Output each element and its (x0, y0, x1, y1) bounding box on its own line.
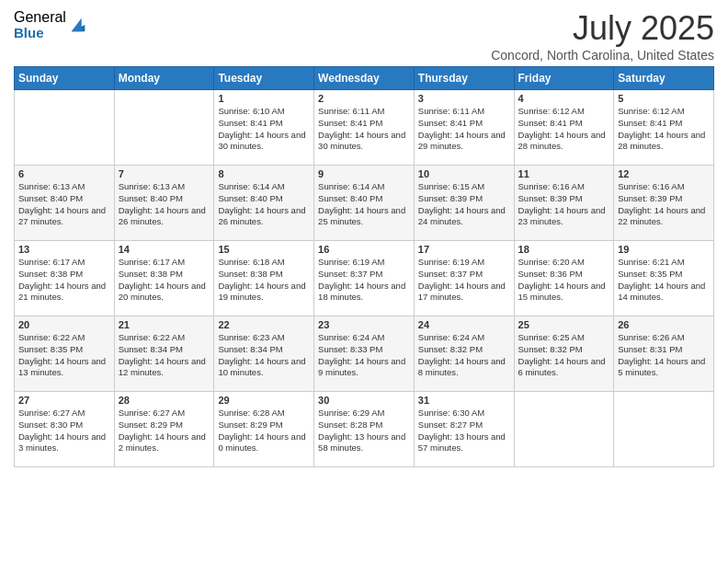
day-info: Sunrise: 6:17 AMSunset: 8:38 PMDaylight:… (18, 257, 110, 304)
day-number: 1 (218, 93, 310, 104)
calendar-cell-w2d5: 10Sunrise: 6:15 AMSunset: 8:39 PMDayligh… (414, 166, 514, 241)
calendar-cell-w4d7: 26Sunrise: 6:26 AMSunset: 8:31 PMDayligh… (614, 316, 714, 392)
calendar-week-1: 1Sunrise: 6:10 AMSunset: 8:41 PMDaylight… (15, 90, 714, 166)
day-info: Sunrise: 6:14 AMSunset: 8:40 PMDaylight:… (318, 181, 410, 228)
calendar-cell-w1d1 (15, 90, 115, 166)
day-info: Sunrise: 6:17 AMSunset: 8:38 PMDaylight:… (119, 257, 210, 304)
header-thursday: Thursday (414, 67, 514, 90)
day-info: Sunrise: 6:11 AMSunset: 8:41 PMDaylight:… (418, 106, 510, 153)
day-info: Sunrise: 6:27 AMSunset: 8:30 PMDaylight:… (18, 408, 110, 454)
day-number: 31 (418, 395, 510, 406)
day-number: 23 (318, 319, 410, 330)
day-number: 17 (418, 244, 510, 255)
day-number: 14 (119, 244, 210, 255)
day-info: Sunrise: 6:27 AMSunset: 8:29 PMDaylight:… (119, 408, 210, 454)
day-info: Sunrise: 6:23 AMSunset: 8:34 PMDaylight:… (218, 332, 310, 379)
calendar-cell-w1d2 (114, 90, 214, 166)
calendar-table: Sunday Monday Tuesday Wednesday Thursday… (14, 66, 714, 467)
day-number: 10 (418, 168, 510, 179)
calendar-cell-w4d1: 20Sunrise: 6:22 AMSunset: 8:35 PMDayligh… (15, 316, 115, 392)
day-info: Sunrise: 6:20 AMSunset: 8:36 PMDaylight:… (518, 257, 610, 304)
calendar-cell-w5d2: 28Sunrise: 6:27 AMSunset: 8:29 PMDayligh… (114, 392, 214, 467)
calendar-cell-w2d3: 8Sunrise: 6:14 AMSunset: 8:40 PMDaylight… (214, 166, 314, 241)
day-info: Sunrise: 6:24 AMSunset: 8:32 PMDaylight:… (418, 332, 510, 379)
calendar-cell-w3d1: 13Sunrise: 6:17 AMSunset: 8:38 PMDayligh… (15, 241, 115, 316)
calendar-week-2: 6Sunrise: 6:13 AMSunset: 8:40 PMDaylight… (15, 166, 714, 241)
logo-text: General Blue (14, 9, 66, 40)
calendar-cell-w4d2: 21Sunrise: 6:22 AMSunset: 8:34 PMDayligh… (114, 316, 214, 392)
calendar-cell-w3d5: 17Sunrise: 6:19 AMSunset: 8:37 PMDayligh… (414, 241, 514, 316)
header-sunday: Sunday (15, 67, 115, 90)
calendar-cell-w3d6: 18Sunrise: 6:20 AMSunset: 8:36 PMDayligh… (514, 241, 614, 316)
day-number: 4 (518, 93, 610, 104)
header-saturday: Saturday (614, 67, 714, 90)
day-info: Sunrise: 6:11 AMSunset: 8:41 PMDaylight:… (318, 106, 410, 153)
calendar-cell-w5d7 (614, 392, 714, 467)
calendar-cell-w1d3: 1Sunrise: 6:10 AMSunset: 8:41 PMDaylight… (214, 90, 314, 166)
day-number: 15 (218, 244, 310, 255)
logo-general: General (14, 9, 66, 26)
header-wednesday: Wednesday (314, 67, 415, 90)
day-info: Sunrise: 6:10 AMSunset: 8:41 PMDaylight:… (218, 106, 310, 153)
day-number: 29 (218, 395, 310, 406)
day-info: Sunrise: 6:15 AMSunset: 8:39 PMDaylight:… (418, 181, 510, 228)
month-year-title: July 2025 (491, 9, 714, 48)
day-number: 6 (18, 168, 110, 179)
day-number: 11 (518, 168, 610, 179)
day-number: 3 (418, 93, 510, 104)
header-friday: Friday (514, 67, 614, 90)
calendar-cell-w3d2: 14Sunrise: 6:17 AMSunset: 8:38 PMDayligh… (114, 241, 214, 316)
day-info: Sunrise: 6:19 AMSunset: 8:37 PMDaylight:… (418, 257, 510, 304)
header-monday: Monday (114, 67, 214, 90)
day-info: Sunrise: 6:19 AMSunset: 8:37 PMDaylight:… (318, 257, 410, 304)
day-info: Sunrise: 6:13 AMSunset: 8:40 PMDaylight:… (18, 181, 110, 228)
calendar-cell-w5d3: 29Sunrise: 6:28 AMSunset: 8:29 PMDayligh… (214, 392, 314, 467)
day-number: 18 (518, 244, 610, 255)
day-number: 12 (618, 168, 710, 179)
calendar-cell-w4d5: 24Sunrise: 6:24 AMSunset: 8:32 PMDayligh… (414, 316, 514, 392)
calendar-cell-w4d3: 22Sunrise: 6:23 AMSunset: 8:34 PMDayligh… (214, 316, 314, 392)
page-container: General Blue July 2025 Concord, North Ca… (0, 0, 728, 477)
day-number: 22 (218, 319, 310, 330)
day-info: Sunrise: 6:16 AMSunset: 8:39 PMDaylight:… (518, 181, 610, 228)
calendar-cell-w2d1: 6Sunrise: 6:13 AMSunset: 8:40 PMDaylight… (15, 166, 115, 241)
day-number: 7 (119, 168, 210, 179)
day-info: Sunrise: 6:16 AMSunset: 8:39 PMDaylight:… (618, 181, 710, 228)
calendar-cell-w1d4: 2Sunrise: 6:11 AMSunset: 8:41 PMDaylight… (314, 90, 415, 166)
day-info: Sunrise: 6:12 AMSunset: 8:41 PMDaylight:… (618, 106, 710, 153)
calendar-week-5: 27Sunrise: 6:27 AMSunset: 8:30 PMDayligh… (15, 392, 714, 467)
calendar-cell-w5d4: 30Sunrise: 6:29 AMSunset: 8:28 PMDayligh… (314, 392, 415, 467)
day-number: 25 (518, 319, 610, 330)
calendar-cell-w5d6 (514, 392, 614, 467)
day-info: Sunrise: 6:30 AMSunset: 8:27 PMDaylight:… (418, 408, 510, 454)
calendar-cell-w1d7: 5Sunrise: 6:12 AMSunset: 8:41 PMDaylight… (614, 90, 714, 166)
day-number: 26 (618, 319, 710, 330)
header-row: Sunday Monday Tuesday Wednesday Thursday… (15, 67, 714, 90)
day-number: 16 (318, 244, 410, 255)
calendar-cell-w1d6: 4Sunrise: 6:12 AMSunset: 8:41 PMDaylight… (514, 90, 614, 166)
day-number: 27 (18, 395, 110, 406)
header: General Blue July 2025 Concord, North Ca… (14, 9, 714, 63)
calendar-cell-w3d3: 15Sunrise: 6:18 AMSunset: 8:38 PMDayligh… (214, 241, 314, 316)
day-info: Sunrise: 6:22 AMSunset: 8:35 PMDaylight:… (18, 332, 110, 379)
calendar-cell-w4d6: 25Sunrise: 6:25 AMSunset: 8:32 PMDayligh… (514, 316, 614, 392)
logo-icon (68, 15, 88, 35)
calendar-cell-w2d2: 7Sunrise: 6:13 AMSunset: 8:40 PMDaylight… (114, 166, 214, 241)
day-info: Sunrise: 6:14 AMSunset: 8:40 PMDaylight:… (218, 181, 310, 228)
day-info: Sunrise: 6:28 AMSunset: 8:29 PMDaylight:… (218, 408, 310, 454)
calendar-cell-w2d6: 11Sunrise: 6:16 AMSunset: 8:39 PMDayligh… (514, 166, 614, 241)
day-info: Sunrise: 6:29 AMSunset: 8:28 PMDaylight:… (318, 408, 410, 454)
calendar-cell-w4d4: 23Sunrise: 6:24 AMSunset: 8:33 PMDayligh… (314, 316, 415, 392)
day-number: 24 (418, 319, 510, 330)
calendar-cell-w5d1: 27Sunrise: 6:27 AMSunset: 8:30 PMDayligh… (15, 392, 115, 467)
svg-marker-1 (72, 18, 82, 32)
day-number: 13 (18, 244, 110, 255)
day-number: 5 (618, 93, 710, 104)
calendar-week-4: 20Sunrise: 6:22 AMSunset: 8:35 PMDayligh… (15, 316, 714, 392)
logo-blue: Blue (14, 26, 66, 41)
day-number: 9 (318, 168, 410, 179)
day-info: Sunrise: 6:22 AMSunset: 8:34 PMDaylight:… (119, 332, 210, 379)
day-info: Sunrise: 6:18 AMSunset: 8:38 PMDaylight:… (218, 257, 310, 304)
day-number: 21 (119, 319, 210, 330)
day-info: Sunrise: 6:13 AMSunset: 8:40 PMDaylight:… (119, 181, 210, 228)
